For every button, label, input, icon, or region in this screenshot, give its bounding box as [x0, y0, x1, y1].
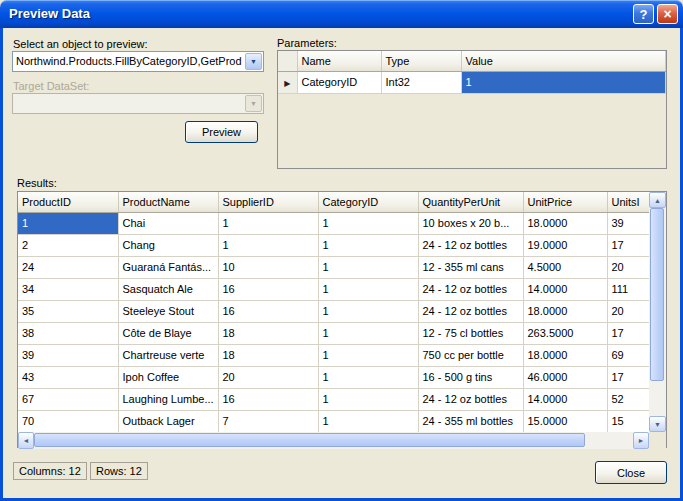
results-cell[interactable]: 16 [218, 300, 318, 322]
parameter-type-cell[interactable]: Int32 [381, 71, 461, 93]
results-cell[interactable]: Côte de Blaye [118, 322, 218, 344]
results-cell[interactable]: Sasquatch Ale [118, 278, 218, 300]
results-cell[interactable]: 1 [318, 410, 418, 432]
results-cell[interactable]: 263.5000 [523, 322, 607, 344]
results-cell[interactable]: 1 [318, 234, 418, 256]
results-cell[interactable]: 18 [218, 344, 318, 366]
results-cell[interactable]: 10 boxes x 20 b... [418, 212, 523, 234]
results-cell[interactable]: 1 [318, 278, 418, 300]
results-column-header[interactable]: ProductName [118, 192, 218, 212]
results-cell[interactable]: 69 [607, 344, 649, 366]
results-cell[interactable]: 20 [607, 300, 649, 322]
parameters-column-header-type[interactable]: Type [381, 51, 461, 71]
preview-button[interactable]: Preview [185, 121, 258, 143]
results-cell[interactable]: 18.0000 [523, 344, 607, 366]
results-cell[interactable]: 35 [18, 300, 118, 322]
results-cell[interactable]: 20 [218, 366, 318, 388]
results-cell[interactable]: 24 - 12 oz bottles [418, 300, 523, 322]
results-cell[interactable]: 15 [607, 410, 649, 432]
results-cell[interactable]: 24 [18, 256, 118, 278]
results-cell[interactable]: 24 - 12 oz bottles [418, 234, 523, 256]
results-cell[interactable]: 39 [18, 344, 118, 366]
results-cell[interactable]: 17 [607, 234, 649, 256]
results-horizontal-scrollbar[interactable]: ◄ ► [18, 432, 649, 449]
results-cell[interactable]: 24 - 12 oz bottles [418, 388, 523, 410]
results-cell[interactable]: 2 [18, 234, 118, 256]
results-cell[interactable]: Laughing Lumbe... [118, 388, 218, 410]
results-cell[interactable]: Steeleye Stout [118, 300, 218, 322]
object-select-combobox[interactable]: Northwind.Products.FillByCategoryID,GetP… [12, 51, 264, 72]
results-cell[interactable]: 1 [18, 212, 118, 234]
results-cell[interactable]: Chartreuse verte [118, 344, 218, 366]
results-cell[interactable]: 1 [318, 300, 418, 322]
results-cell[interactable]: 43 [18, 366, 118, 388]
results-cell[interactable]: 17 [607, 322, 649, 344]
results-cell[interactable]: 16 [218, 278, 318, 300]
results-cell[interactable]: 1 [318, 388, 418, 410]
close-window-button[interactable]: × [657, 4, 678, 24]
results-cell[interactable]: 7 [218, 410, 318, 432]
results-cell[interactable]: Chang [118, 234, 218, 256]
scroll-left-button[interactable]: ◄ [18, 432, 34, 449]
results-column-header[interactable]: QuantityPerUnit [418, 192, 523, 212]
results-cell[interactable]: 111 [607, 278, 649, 300]
results-cell[interactable]: 750 cc per bottle [418, 344, 523, 366]
results-cell[interactable]: 18.0000 [523, 212, 607, 234]
results-column-header[interactable]: SupplierID [218, 192, 318, 212]
scroll-down-button[interactable]: ▼ [649, 416, 666, 432]
results-cell[interactable]: 17 [607, 366, 649, 388]
results-cell[interactable]: 46.0000 [523, 366, 607, 388]
results-cell[interactable]: 16 - 500 g tins [418, 366, 523, 388]
results-cell[interactable]: 1 [318, 322, 418, 344]
close-button[interactable]: Close [595, 461, 667, 484]
results-cell[interactable]: 1 [318, 256, 418, 278]
scroll-up-button[interactable]: ▲ [649, 192, 666, 208]
results-column-header[interactable]: UnitPrice [523, 192, 607, 212]
results-cell[interactable]: 16 [218, 388, 318, 410]
results-cell[interactable]: 15.0000 [523, 410, 607, 432]
results-cell[interactable]: 1 [218, 212, 318, 234]
results-cell[interactable]: 12 - 75 cl bottles [418, 322, 523, 344]
results-cell[interactable]: 70 [18, 410, 118, 432]
results-cell[interactable]: 38 [18, 322, 118, 344]
results-cell[interactable]: Ipoh Coffee [118, 366, 218, 388]
results-cell[interactable]: 1 [318, 344, 418, 366]
parameter-value-cell[interactable]: 1 [461, 71, 666, 93]
results-cell[interactable]: 24 - 12 oz bottles [418, 278, 523, 300]
results-cell[interactable]: Outback Lager [118, 410, 218, 432]
parameter-name-cell[interactable]: CategoryID [297, 71, 381, 93]
parameters-column-header-name[interactable]: Name [297, 51, 381, 71]
horizontal-scroll-track[interactable] [34, 432, 633, 449]
results-cell[interactable]: 18.0000 [523, 300, 607, 322]
results-cell[interactable]: Chai [118, 212, 218, 234]
results-cell[interactable]: 19.0000 [523, 234, 607, 256]
results-cell[interactable]: 10 [218, 256, 318, 278]
results-cell[interactable]: 1 [318, 212, 418, 234]
titlebar[interactable]: Preview Data ? × [0, 0, 683, 28]
help-button[interactable]: ? [633, 4, 654, 24]
results-cell[interactable]: 14.0000 [523, 388, 607, 410]
results-cell[interactable]: 39 [607, 212, 649, 234]
parameters-column-header-value[interactable]: Value [461, 51, 666, 71]
vertical-scroll-track[interactable] [649, 208, 666, 416]
results-cell[interactable]: Guaraná Fantás... [118, 256, 218, 278]
results-column-header[interactable]: ProductID [18, 192, 118, 212]
results-cell[interactable]: 4.5000 [523, 256, 607, 278]
results-cell[interactable]: 12 - 355 ml cans [418, 256, 523, 278]
results-cell[interactable]: 67 [18, 388, 118, 410]
results-cell[interactable]: 34 [18, 278, 118, 300]
results-vertical-scrollbar[interactable]: ▲ ▼ [649, 192, 666, 432]
results-cell[interactable]: 52 [607, 388, 649, 410]
results-cell[interactable]: 20 [607, 256, 649, 278]
horizontal-scroll-thumb[interactable] [34, 433, 585, 447]
results-cell[interactable]: 18 [218, 322, 318, 344]
vertical-scroll-thumb[interactable] [650, 208, 664, 381]
results-cell[interactable]: 1 [318, 366, 418, 388]
results-cell[interactable]: 1 [218, 234, 318, 256]
results-cell[interactable]: 24 - 355 ml bottles [418, 410, 523, 432]
scroll-right-button[interactable]: ► [633, 432, 649, 449]
results-column-header[interactable]: UnitsI [607, 192, 649, 212]
object-select-dropdown-button[interactable]: ▼ [245, 53, 262, 70]
results-cell[interactable]: 14.0000 [523, 278, 607, 300]
results-column-header[interactable]: CategoryID [318, 192, 418, 212]
